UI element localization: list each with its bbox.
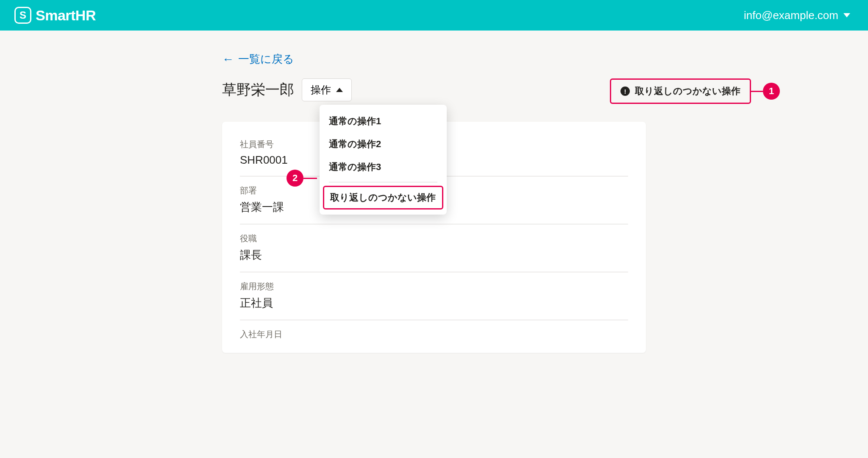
dropdown-item-1[interactable]: 通常の操作1 [320, 110, 447, 133]
caret-down-icon [843, 13, 850, 17]
user-menu[interactable]: info@example.com [744, 9, 850, 22]
operations-dropdown: 通常の操作1 通常の操作2 通常の操作3 取り返しのつかない操作 [320, 105, 447, 215]
field-value: 課長 [240, 248, 628, 263]
title-row: 草野栄一郎 操作 通常の操作1 通常の操作2 通常の操作3 取り返しのつかない操… [222, 78, 646, 101]
annotation-badge-2: 2 [287, 170, 303, 187]
operations-button[interactable]: 操作 [302, 78, 352, 101]
operations-button-label: 操作 [311, 83, 331, 97]
annotation-badge-1: 1 [763, 83, 780, 100]
callout-2: 2 [287, 170, 317, 187]
brand-mark-icon: S [14, 7, 31, 24]
page-title: 草野栄一郎 [222, 80, 294, 100]
callout-1-box: ! 取り返しのつかない操作 [610, 78, 751, 104]
field-value: 正社員 [240, 296, 628, 310]
user-email: info@example.com [744, 9, 838, 22]
caret-up-icon [336, 88, 343, 92]
field-label: 役職 [240, 233, 628, 244]
field-position: 役職 課長 [240, 224, 628, 272]
callout-2-connector [303, 178, 317, 179]
callout-1-connector [751, 91, 763, 92]
top-bar: S SmartHR info@example.com [0, 0, 868, 31]
field-label: 入社年月日 [240, 329, 628, 340]
dropdown-divider [329, 182, 437, 182]
field-label: 雇用形態 [240, 281, 628, 292]
field-employment-type: 雇用形態 正社員 [240, 272, 628, 320]
page: ← 一覧に戻る 草野栄一郎 操作 通常の操作1 通常の操作2 通常の操作3 取り… [222, 52, 646, 353]
field-hire-date: 入社年月日 [240, 320, 628, 353]
brand: S SmartHR [14, 7, 96, 24]
dropdown-item-danger[interactable]: 取り返しのつかない操作 [323, 186, 443, 209]
callout-1-text: 取り返しのつかない操作 [635, 85, 740, 98]
back-link-label: 一覧に戻る [238, 52, 294, 67]
callout-1: ! 取り返しのつかない操作 1 [610, 78, 780, 104]
arrow-left-icon: ← [222, 53, 234, 65]
dropdown-item-3[interactable]: 通常の操作3 [320, 156, 447, 179]
brand-name: SmartHR [36, 7, 96, 24]
back-link[interactable]: ← 一覧に戻る [222, 52, 294, 67]
dropdown-item-2[interactable]: 通常の操作2 [320, 133, 447, 156]
alert-icon: ! [620, 87, 630, 96]
